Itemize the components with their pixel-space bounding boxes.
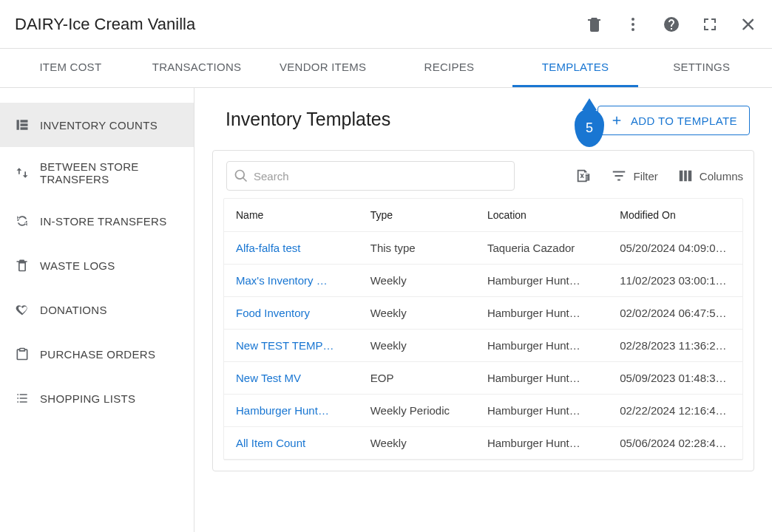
sidebar: INVENTORY COUNTSBETWEEN STORE TRANSFERSI… [0, 88, 194, 532]
cell-modified: 05/09/2023 01:48:37 PM [608, 362, 742, 395]
column-header[interactable]: Name [224, 199, 359, 232]
add-to-template-button[interactable]: ADD TO TEMPLATE [597, 106, 750, 135]
refresh-ccw-icon [15, 214, 30, 228]
cell-location: Taqueria Cazador [475, 232, 608, 265]
step-balloon: 5 [575, 109, 604, 147]
sidebar-item-purchase-orders[interactable]: PURCHASE ORDERS [0, 332, 194, 376]
column-header[interactable]: Modified On [608, 199, 742, 232]
cell-location: Hamburger Hunt… [475, 297, 608, 330]
sidebar-item-donations[interactable]: DONATIONS [0, 287, 194, 332]
column-header[interactable]: Type [359, 199, 475, 232]
template-name-link[interactable]: All Item Count [224, 427, 359, 460]
cell-modified: 02/28/2023 11:36:29 AM [608, 330, 742, 362]
tab-templates[interactable]: TEMPLATES [512, 49, 639, 87]
trash-outline-icon [15, 258, 30, 273]
cell-type: Weekly [359, 330, 475, 362]
close-icon[interactable] [739, 16, 757, 33]
cell-type: Weekly [359, 427, 475, 460]
filter-button[interactable]: Filter [611, 168, 657, 184]
panel-header: Inventory Templates 5 ADD TO TEMPLATE [212, 106, 754, 143]
template-name-link[interactable]: Max's Inventory … [224, 265, 359, 297]
template-name-link[interactable]: Hamburger Hunt… [224, 395, 359, 427]
column-header[interactable]: Location [475, 199, 608, 232]
tab-recipes[interactable]: RECIPES [386, 49, 512, 87]
header-actions [586, 16, 757, 33]
template-name-link[interactable]: New Test MV [224, 362, 359, 395]
template-name-link[interactable]: Food Inventory [224, 297, 359, 330]
tab-settings[interactable]: SETTINGS [638, 49, 765, 87]
list-column-icon [15, 117, 30, 132]
toolbar: Filter Columns [213, 151, 754, 198]
cell-location: Hamburger Hunt… [475, 427, 608, 460]
template-name-link[interactable]: New TEST TEMP… [224, 330, 359, 362]
columns-button[interactable]: Columns [677, 168, 743, 184]
toolbar-right: Filter Columns [575, 168, 743, 184]
svg-point-0 [632, 18, 634, 21]
cell-location: Hamburger Hunt… [475, 362, 608, 395]
sidebar-item-shopping-lists[interactable]: SHOPPING LISTS [0, 376, 194, 420]
sidebar-item-waste-logs[interactable]: WASTE LOGS [0, 243, 194, 287]
trash-icon[interactable] [586, 16, 603, 33]
tab-vendor-items[interactable]: VENDOR ITEMS [260, 49, 386, 87]
columns-icon [677, 168, 694, 184]
sidebar-item-label: SHOPPING LISTS [40, 392, 179, 405]
cell-location: Hamburger Hunt… [475, 330, 608, 362]
cell-type: This type [359, 232, 475, 265]
main: Inventory Templates 5 ADD TO TEMPLATE [194, 88, 772, 532]
cell-location: Hamburger Hunt… [475, 265, 608, 297]
table-row: New TEST TEMP…WeeklyHamburger Hunt…02/28… [224, 330, 742, 362]
filter-label: Filter [633, 170, 657, 183]
sidebar-item-in-store-transfers[interactable]: IN-STORE TRANSFERS [0, 199, 194, 243]
sidebar-item-label: PURCHASE ORDERS [40, 348, 179, 361]
table-row: Max's Inventory …WeeklyHamburger Hunt…11… [224, 265, 742, 297]
header: DAIRY-Ice Cream Vanilla [0, 0, 772, 49]
tabs: ITEM COSTTRANSACTIONSVENDOR ITEMSRECIPES… [0, 49, 772, 88]
template-name-link[interactable]: Alfa-falfa test [224, 232, 359, 265]
excel-icon [575, 168, 592, 184]
heart-outline-icon [15, 302, 30, 317]
cell-modified: 02/22/2024 12:16:44 PM [608, 395, 742, 427]
list-icon [15, 391, 30, 406]
cell-type: Weekly Periodic [359, 395, 475, 427]
search-icon [234, 168, 248, 183]
fullscreen-icon[interactable] [701, 16, 719, 33]
search-wrap [226, 161, 515, 191]
filter-icon [611, 168, 627, 184]
tab-transactions[interactable]: TRANSACTIONS [134, 49, 260, 87]
cell-location: Hamburger Hunt… [475, 395, 608, 427]
table-row: Hamburger Hunt…Weekly PeriodicHamburger … [224, 395, 742, 427]
table-header-row: NameTypeLocationModified On [224, 199, 742, 232]
clipboard-icon [15, 347, 30, 361]
cell-type: EOP [359, 362, 475, 395]
cell-modified: 11/02/2023 03:00:16 PM [608, 265, 742, 297]
sidebar-item-between-store-transfers[interactable]: BETWEEN STORE TRANSFERS [0, 147, 194, 199]
export-excel-button[interactable] [575, 168, 592, 184]
page-title: DAIRY-Ice Cream Vanilla [15, 15, 195, 34]
table-row: New Test MVEOPHamburger Hunt…05/09/2023 … [224, 362, 742, 395]
panel: Filter Columns NameTypeLocationModified … [212, 150, 754, 471]
table-row: Food InventoryWeeklyHamburger Hunt…02/02… [224, 297, 742, 330]
help-icon[interactable] [663, 16, 680, 33]
layout: INVENTORY COUNTSBETWEEN STORE TRANSFERSI… [0, 88, 772, 532]
sidebar-item-label: BETWEEN STORE TRANSFERS [40, 160, 179, 185]
cell-modified: 05/06/2024 02:28:48 PM [608, 427, 742, 460]
cell-type: Weekly [359, 297, 475, 330]
svg-point-1 [632, 23, 634, 26]
sidebar-item-inventory-counts[interactable]: INVENTORY COUNTS [0, 103, 194, 147]
svg-point-2 [632, 28, 634, 31]
swap-icon [15, 166, 30, 180]
templates-table: NameTypeLocationModified On Alfa-falfa t… [224, 199, 742, 460]
more-vert-icon[interactable] [624, 16, 642, 33]
cell-type: Weekly [359, 265, 475, 297]
add-button-label: ADD TO TEMPLATE [631, 115, 737, 127]
sidebar-item-label: INVENTORY COUNTS [40, 119, 179, 132]
panel-title: Inventory Templates [212, 106, 390, 130]
search-input[interactable] [226, 161, 515, 191]
tab-item-cost[interactable]: ITEM COST [7, 49, 134, 87]
table-row: All Item CountWeeklyHamburger Hunt…05/06… [224, 427, 742, 460]
plus-icon [610, 114, 623, 127]
cell-modified: 02/02/2024 06:47:58 PM [608, 297, 742, 330]
columns-label: Columns [700, 170, 743, 183]
table-wrap: NameTypeLocationModified On Alfa-falfa t… [223, 198, 743, 460]
sidebar-item-label: IN-STORE TRANSFERS [40, 215, 179, 228]
